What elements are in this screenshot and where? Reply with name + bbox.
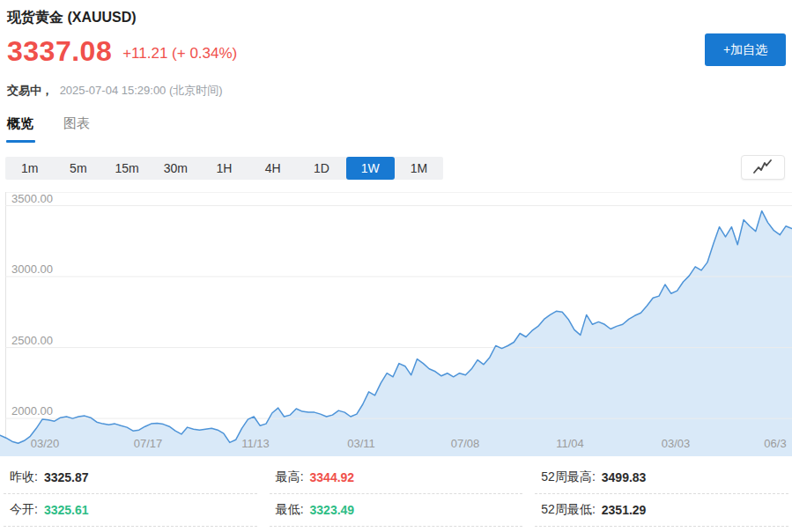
x-axis-label: 03/20 bbox=[31, 437, 60, 450]
trend-line-icon bbox=[752, 159, 773, 175]
y-axis-label: 2500.00 bbox=[11, 334, 53, 347]
price-row: 3337.08 +11.21 (+ 0.34%) bbox=[7, 37, 237, 65]
period-button-5m[interactable]: 5m bbox=[54, 157, 102, 180]
period-button-4h[interactable]: 4H bbox=[248, 157, 297, 180]
period-button-1w[interactable]: 1W bbox=[346, 157, 395, 180]
status-timestamp: 2025-07-04 15:29:00 bbox=[60, 84, 167, 97]
y-axis-label: 2000.00 bbox=[11, 404, 53, 417]
status-timezone: (北京时间) bbox=[169, 84, 223, 97]
instrument-title: 现货黄金 (XAUUSD) bbox=[7, 9, 137, 27]
stat-value: 3344.92 bbox=[310, 470, 355, 484]
y-axis-label: 3500.00 bbox=[11, 192, 53, 205]
stat-value: 2351.29 bbox=[602, 503, 647, 517]
x-axis-label: 07/08 bbox=[451, 437, 480, 450]
tab-overview[interactable]: 概览 bbox=[7, 115, 33, 143]
stat-value: 3323.49 bbox=[310, 503, 355, 517]
x-axis-label: 11/13 bbox=[241, 437, 270, 450]
tab-overview-label: 概览 bbox=[7, 115, 33, 130]
add-watchlist-button[interactable]: +加自选 bbox=[705, 33, 786, 66]
trading-status: 交易中， 2025-07-04 15:29:00 (北京时间) bbox=[7, 83, 223, 99]
stat-label: 52周最高: bbox=[541, 469, 595, 485]
active-tab-underline bbox=[6, 140, 35, 143]
x-axis-label: 03/03 bbox=[662, 437, 691, 450]
period-toolbar: 1m 5m 15m 30m 1H 4H 1D 1W 1M bbox=[5, 157, 443, 180]
stat-value: 3499.83 bbox=[602, 470, 647, 484]
x-axis-label: 06/3 bbox=[764, 437, 786, 450]
stat-prev-close: 昨收: 3325.87 bbox=[4, 462, 257, 494]
stat-high: 最高: 3344.92 bbox=[270, 462, 523, 494]
price-change: +11.21 (+ 0.34%) bbox=[122, 45, 237, 65]
x-axis-label: 11/04 bbox=[556, 437, 584, 450]
period-button-1mo[interactable]: 1M bbox=[395, 157, 443, 180]
tab-chart-label: 图表 bbox=[63, 115, 90, 130]
trading-state-label: 交易中， bbox=[7, 84, 53, 97]
tab-bar: 概览 图表 bbox=[7, 115, 90, 143]
stat-52w-low: 52周最低: 2351.29 bbox=[535, 494, 788, 527]
period-button-1h[interactable]: 1H bbox=[200, 157, 248, 180]
stat-low: 最低: 3323.49 bbox=[270, 494, 523, 527]
price-area-fill bbox=[0, 211, 792, 456]
stat-open: 今开: 3325.61 bbox=[4, 494, 257, 527]
tab-chart[interactable]: 图表 bbox=[63, 115, 90, 143]
stat-value: 3325.61 bbox=[44, 503, 89, 517]
chart-type-button[interactable] bbox=[741, 155, 785, 180]
stat-label: 52周最低: bbox=[541, 502, 595, 518]
period-button-1m[interactable]: 1m bbox=[5, 157, 54, 180]
y-axis-label: 3000.00 bbox=[11, 262, 53, 276]
x-axis-label: 07/17 bbox=[134, 437, 163, 450]
period-button-30m[interactable]: 30m bbox=[152, 157, 200, 180]
stat-label: 最高: bbox=[276, 469, 304, 485]
stat-label: 今开: bbox=[10, 502, 38, 518]
stat-label: 昨收: bbox=[10, 469, 38, 485]
current-price: 3337.08 bbox=[7, 37, 112, 65]
period-button-15m[interactable]: 15m bbox=[102, 157, 151, 180]
quote-stats: 昨收: 3325.87 最高: 3344.92 52周最高: 3499.83 今… bbox=[0, 462, 792, 527]
stat-value: 3325.87 bbox=[44, 470, 89, 484]
x-axis-label: 03/11 bbox=[347, 437, 375, 450]
price-chart-canvas[interactable]: 2000.002500.003000.003500.0003/2007/1711… bbox=[0, 192, 792, 456]
stat-label: 最低: bbox=[276, 502, 304, 518]
period-button-1d[interactable]: 1D bbox=[297, 157, 345, 180]
stat-52w-high: 52周最高: 3499.83 bbox=[535, 462, 788, 494]
price-chart[interactable]: 2000.002500.003000.003500.0003/2007/1711… bbox=[0, 192, 792, 456]
